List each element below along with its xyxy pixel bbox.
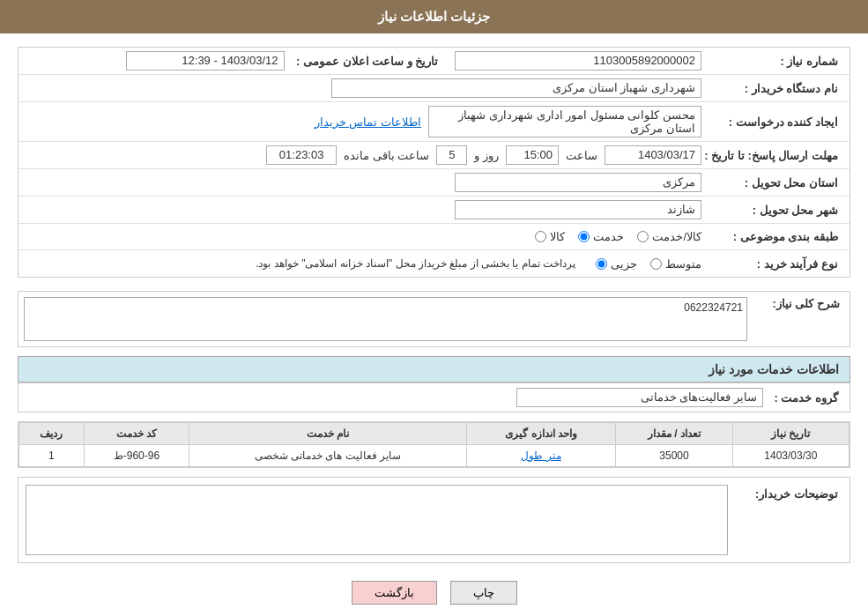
cell-tedad: 35000 [616, 445, 732, 467]
tozihat-row: توضیحات خریدار: [18, 477, 850, 563]
mohlat-roz-value: 5 [436, 145, 467, 165]
name-dastgah-value: شهرداری شهباز استان مرکزی [331, 78, 701, 98]
cell-name-khedmat: سایر فعالیت های خدماتی شخصی [189, 445, 467, 467]
nooe-note: پرداخت تمام یا بخشی از مبلغ خریداز محل "… [256, 257, 575, 270]
tozihat-value-cell [26, 485, 728, 555]
cell-vahed: متر طول [466, 445, 615, 467]
shahr-tahvil-row: شهر محل تحویل : شازند [19, 197, 849, 224]
mohlat-saat-label: ساعت [566, 149, 597, 162]
col-kod-khedmat: کد خدمت [84, 423, 189, 445]
mohlat-value-cell: 1403/03/17 ساعت 15:00 روز و 5 ساعت باقی … [26, 145, 701, 165]
tabaqe-row: طبقه بندی موضوعی : کالا/خدمت خدمت کالا [19, 224, 849, 250]
cell-tarikh: 1403/03/30 [732, 445, 849, 467]
services-table-head: تاریخ نیاز تعداد / مقدار واحد اندازه گیر… [19, 423, 849, 445]
tabaqe-radio-group: کالا/خدمت خدمت کالا [535, 230, 701, 243]
nooe-motevasset-radio[interactable] [650, 258, 662, 270]
tabaqe-khedmat-label: خدمت [593, 230, 624, 243]
nooe-row: نوع فرآیند خرید : متوسط جزیی پرداخت تمام… [19, 250, 849, 277]
col-tedad: تعداد / مقدار [616, 423, 732, 445]
sharh-niaz-box: 0622324721 [24, 297, 747, 341]
tabaqe-kala-khedmat-radio[interactable] [637, 231, 649, 242]
tabaqe-kala-khedmat-label: کالا/خدمت [652, 230, 701, 243]
ejad-konande-value: محسن کلوانی مسئول امور اداری شهرداری شهب… [428, 106, 701, 137]
tarikh-value: 1403/03/12 - 12:39 [126, 51, 285, 71]
col-radif: ردیف [19, 423, 85, 445]
ostan-tahvil-value-cell: مرکزی [26, 173, 701, 192]
services-header: اطلاعات خدمات مورد نیاز [18, 356, 850, 382]
nooe-motevasset-item: متوسط [650, 257, 701, 271]
info-section: شماره نیاز : 1103005892000002 تاریخ و سا… [18, 47, 850, 278]
shomare-niaz-label: شماره نیاز : [701, 55, 842, 68]
tabaqe-khedmat-item: خدمت [578, 230, 624, 243]
tozihat-label: توضیحات خریدار: [728, 485, 842, 501]
col-name-khedmat: نام خدمت [189, 423, 467, 445]
tabaqe-kala-khedmat-item: کالا/خدمت [637, 230, 701, 243]
services-table-section: تاریخ نیاز تعداد / مقدار واحد اندازه گیر… [18, 421, 850, 468]
nooe-radio-group: متوسط جزیی [596, 257, 701, 271]
shomare-niaz-value: 1103005892000002 [455, 51, 701, 71]
tozihat-textarea[interactable] [26, 485, 728, 555]
button-row: چاپ بازگشت [18, 581, 850, 605]
sharh-niaz-value: 0622324721 [684, 301, 743, 314]
nooe-motevasset-label: متوسط [665, 257, 701, 271]
nooe-jozi-label: جزیی [611, 257, 637, 271]
tabaqe-label: طبقه بندی موضوعی : [701, 230, 842, 243]
page-header: جزئیات اطلاعات نیاز [0, 0, 868, 33]
tabaqe-kala-item: کالا [535, 230, 565, 243]
tabaqe-kala-label: کالا [550, 230, 565, 243]
cell-kod-khedmat: 960-96-ط [84, 445, 189, 467]
ostan-tahvil-value: مرکزی [455, 173, 701, 192]
shahr-tahvil-label: شهر محل تحویل : [701, 204, 842, 217]
nooe-jozi-radio[interactable] [596, 258, 607, 270]
mohlat-label: مهلت ارسال پاسخ: تا تاریخ : [701, 149, 842, 162]
group-service-row: گروه خدمت : سایر فعالیت‌های خدماتی [18, 382, 850, 412]
col-vahed: واحد اندازه گیری [466, 423, 615, 445]
shahr-tahvil-value: شازند [455, 200, 701, 219]
mohlat-baqi-value: 01:23:03 [266, 145, 337, 165]
ostan-tahvil-row: استان محل تحویل : مرکزی [19, 169, 849, 197]
sharh-niaz-label: شرح کلی نیاز: [747, 297, 844, 310]
tarikh-value-cell: 1403/03/12 - 12:39 [26, 51, 285, 71]
shomare-row: شماره نیاز : 1103005892000002 تاریخ و سا… [19, 48, 849, 75]
services-table-header-row: تاریخ نیاز تعداد / مقدار واحد اندازه گیر… [19, 423, 849, 445]
back-button[interactable]: بازگشت [352, 581, 437, 605]
tabaqe-value-cell: کالا/خدمت خدمت کالا [26, 230, 701, 243]
services-table-body: 1403/03/30 35000 متر طول سایر فعالیت های… [19, 445, 849, 467]
page-title: جزئیات اطلاعات نیاز [378, 9, 490, 24]
group-khedmat-label: گروه خدمت : [763, 391, 842, 405]
shahr-tahvil-value-cell: شازند [26, 200, 701, 219]
ejad-konande-label: ایجاد کننده درخواست : [701, 115, 842, 129]
shomare-niaz-value-cell: 1103005892000002 [443, 51, 702, 71]
mohlat-baqi-label: ساعت باقی مانده [344, 149, 429, 162]
nooe-label: نوع فرآیند خرید : [701, 257, 842, 271]
mohlat-saat-value: 15:00 [506, 145, 559, 165]
tabaqe-khedmat-radio[interactable] [578, 231, 590, 242]
ejad-konande-row: ایجاد کننده درخواست : محسن کلوانی مسئول … [19, 102, 849, 142]
services-table: تاریخ نیاز تعداد / مقدار واحد اندازه گیر… [19, 422, 849, 467]
ostan-tahvil-label: استان محل تحویل : [701, 176, 842, 189]
tabaqe-kala-radio[interactable] [535, 231, 546, 242]
tarikh-label: تاریخ و ساعت اعلان عمومی : [285, 55, 443, 68]
mohlat-roz-label: روز و [474, 149, 499, 162]
mohlat-row: مهلت ارسال پاسخ: تا تاریخ : 1403/03/17 س… [19, 142, 849, 169]
table-row: 1403/03/30 35000 متر طول سایر فعالیت های… [19, 445, 849, 467]
nooe-jozi-item: جزیی [596, 257, 637, 271]
name-dastgah-row: نام دستگاه خریدار : شهرداری شهباز استان … [19, 75, 849, 102]
group-khedmat-value: سایر فعالیت‌های خدماتی [516, 388, 763, 407]
nooe-value-cell: متوسط جزیی پرداخت تمام یا بخشی از مبلغ خ… [26, 257, 701, 271]
mohlat-date-value: 1403/03/17 [605, 145, 701, 165]
col-tarikh: تاریخ نیاز [732, 423, 849, 445]
ejad-konande-value-cell: محسن کلوانی مسئول امور اداری شهرداری شهب… [26, 106, 701, 137]
name-dastgah-label: نام دستگاه خریدار : [701, 82, 842, 95]
print-button[interactable]: چاپ [450, 581, 517, 605]
cell-radif: 1 [19, 445, 85, 467]
ettelaat-tamas-link[interactable]: اطلاعات تماس خریدار [315, 115, 421, 129]
name-dastgah-value-cell: شهرداری شهباز استان مرکزی [26, 78, 701, 98]
sharh-section: شرح کلی نیاز: 0622324721 [18, 291, 850, 347]
